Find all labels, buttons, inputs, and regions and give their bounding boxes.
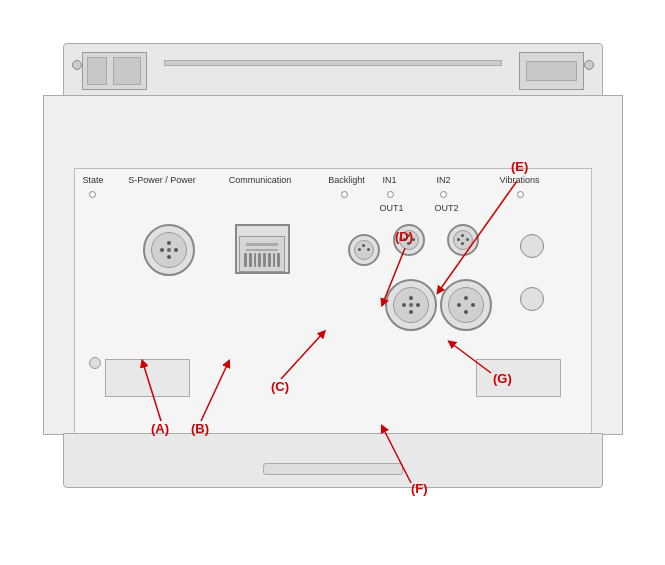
backlight-label: Backlight <box>317 175 377 185</box>
bp-left <box>358 248 361 251</box>
in1-pin3 <box>412 238 415 241</box>
in1-pins <box>402 233 416 247</box>
backlight-pins <box>357 243 371 257</box>
pin-right <box>174 248 178 252</box>
in2-pins <box>456 233 470 247</box>
bottom-bar <box>63 433 603 488</box>
out2-pin-right <box>471 303 475 307</box>
top-left-inner2 <box>113 57 141 85</box>
ethernet-port <box>235 224 290 274</box>
bp-right <box>367 248 370 251</box>
top-right-inner <box>526 61 577 81</box>
state-indicator <box>89 191 96 198</box>
top-left-inner1 <box>87 57 107 85</box>
in1-connector <box>393 224 425 256</box>
top-right-cutout <box>519 52 584 90</box>
device-body: State S-Power / Power Communication Back… <box>43 95 623 435</box>
vibrations-label: Vibrations <box>490 175 550 185</box>
screw-inner-bl <box>89 357 101 369</box>
backlight-connector-inner <box>354 240 374 260</box>
label-box-left <box>105 359 190 397</box>
out2-large-inner <box>448 287 484 323</box>
out2-pin-left <box>457 303 461 307</box>
ethernet-contacts <box>244 247 280 267</box>
out1-pin-right <box>416 303 420 307</box>
in2-pin3 <box>466 238 469 241</box>
out2-pins <box>455 294 477 316</box>
backlight-connector <box>348 234 380 266</box>
top-left-cutout <box>82 52 147 90</box>
pin-bottom <box>167 255 171 259</box>
out1-label: OUT1 <box>380 203 404 213</box>
pin-left <box>160 248 164 252</box>
in2-pin1 <box>461 234 464 237</box>
in2-connector-inner <box>453 230 473 250</box>
communication-label: Communication <box>223 175 298 185</box>
eth-c3 <box>254 253 257 267</box>
in2-label: IN2 <box>437 175 451 185</box>
s-power-label: S-Power / Power <box>125 175 200 185</box>
pin-center <box>167 248 171 252</box>
top-right-screw <box>584 60 594 70</box>
top-left-screw <box>72 60 82 70</box>
vibrations-connector <box>520 234 544 258</box>
in1-pin4 <box>407 242 410 245</box>
in1-connector-inner <box>399 230 419 250</box>
out2-pin-top <box>464 296 468 300</box>
in1-pin1 <box>407 234 410 237</box>
top-center-groove <box>164 60 502 66</box>
ethernet-inner <box>239 236 285 272</box>
in2-pin4 <box>461 242 464 245</box>
eth-c6 <box>268 253 271 267</box>
eth-c1 <box>244 253 247 267</box>
in2-connector <box>447 224 479 256</box>
eth-c8 <box>277 253 280 267</box>
out1-large-inner <box>393 287 429 323</box>
in2-pin2 <box>457 238 460 241</box>
vibrations-bottom-connector <box>520 287 544 311</box>
out1-pin-top <box>409 296 413 300</box>
inner-panel: State S-Power / Power Communication Back… <box>74 168 592 468</box>
out1-pin-bottom <box>409 310 413 314</box>
eth-line1 <box>246 243 278 246</box>
vibrations-indicator <box>517 191 524 198</box>
bottom-grip <box>263 463 403 475</box>
s-power-connector <box>143 224 195 276</box>
eth-c2 <box>249 253 252 267</box>
out2-large-connector <box>440 279 492 331</box>
out2-pin-bottom <box>464 310 468 314</box>
out1-pin-left <box>402 303 406 307</box>
out1-large-connector <box>385 279 437 331</box>
s-power-pins <box>158 239 180 261</box>
out2-label: OUT2 <box>435 203 459 213</box>
eth-c7 <box>273 253 276 267</box>
in1-indicator <box>387 191 394 198</box>
bp-top <box>362 244 365 247</box>
in1-pin2 <box>403 238 406 241</box>
in1-label: IN1 <box>383 175 397 185</box>
device-wrapper: State S-Power / Power Communication Back… <box>43 43 623 523</box>
eth-c4 <box>258 253 261 267</box>
label-box-right <box>476 359 561 397</box>
out1-pins <box>400 294 422 316</box>
page-container: State S-Power / Power Communication Back… <box>0 0 665 565</box>
top-bar <box>63 43 603 98</box>
eth-c5 <box>263 253 266 267</box>
s-power-connector-inner <box>151 232 187 268</box>
state-label: State <box>83 175 104 185</box>
out1-pin-center <box>409 303 413 307</box>
backlight-indicator <box>341 191 348 198</box>
in2-indicator <box>440 191 447 198</box>
pin-top <box>167 241 171 245</box>
